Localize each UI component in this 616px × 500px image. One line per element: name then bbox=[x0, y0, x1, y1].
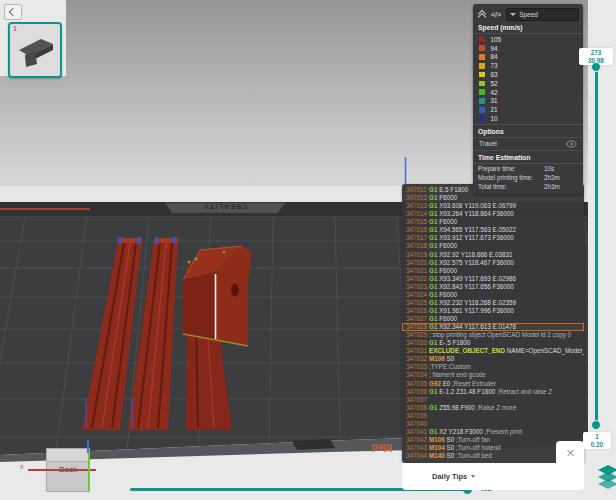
legend-item[interactable]: 84 bbox=[473, 53, 583, 62]
legend-item-label: 52 bbox=[491, 80, 498, 87]
legend-item[interactable]: 31 bbox=[473, 97, 583, 106]
gcode-line[interactable]: 347035G92 E0 ;Reset Extruder bbox=[402, 380, 584, 388]
legend-item[interactable]: 52 bbox=[473, 79, 583, 88]
gcode-line-number: 347030 bbox=[406, 339, 429, 347]
travel-label: Travel bbox=[479, 140, 497, 147]
legend-color-swatch bbox=[479, 45, 485, 51]
plate-thumbnail-card[interactable]: 1 bbox=[8, 22, 62, 78]
legend-item[interactable]: 63 bbox=[473, 70, 583, 79]
gcode-token: M106 bbox=[429, 355, 445, 362]
legend-color-swatch bbox=[479, 37, 485, 43]
daily-tips-bar[interactable]: Daily Tips bbox=[402, 463, 584, 490]
gcode-line-number: 347035 bbox=[406, 380, 429, 388]
time-row: Model printing time:2h3m bbox=[473, 173, 583, 182]
gcode-token: X93.608 Y119.063 E.06799 bbox=[437, 202, 516, 209]
gcode-line-number: 347022 bbox=[406, 275, 429, 283]
plate-list-panel: 1 bbox=[0, 0, 66, 76]
gcode-token: ;Present print bbox=[483, 428, 522, 435]
time-row-value: 10s bbox=[544, 165, 554, 172]
legend-color-swatch bbox=[479, 107, 485, 113]
gcode-viewer-panel[interactable]: 347011G1 E.5 F1800347012G1 F6000347013G1… bbox=[402, 184, 584, 463]
legend-item-label: 42 bbox=[491, 89, 498, 96]
legend-color-swatch bbox=[479, 54, 485, 60]
gcode-token: X93.912 Y117.673 F36000 bbox=[437, 234, 513, 241]
time-row-value: 2h3m bbox=[544, 174, 560, 181]
gcode-line[interactable]: 347036G1 E-1.2 Z31.48 F1800 ;Retract and… bbox=[402, 388, 584, 396]
gcode-token: F6000 bbox=[437, 194, 457, 201]
gcode-line-current[interactable]: 347028G1 X92.344 Y117.613 E.01478 bbox=[402, 323, 584, 331]
preview-legend-panel: </> Speed Speed (mm/s) 10594847363524231… bbox=[473, 4, 583, 194]
gcode-token: ;Reset Extruder bbox=[450, 380, 496, 387]
gcode-line-number: 347038 bbox=[406, 404, 429, 412]
gcode-line[interactable]: 347025G1 X92.232 Y118.268 E.02359 bbox=[402, 299, 584, 307]
gcode-line-number: 347026 bbox=[406, 307, 429, 315]
gcode-line[interactable]: 347016G1 X94.565 Y117.563 E.05022 bbox=[402, 226, 584, 234]
gcode-line[interactable]: 347041G1 X2 Y218 F3000 ;Present print bbox=[402, 428, 584, 436]
gcode-token: ;Retract and raise Z bbox=[495, 388, 552, 395]
gcode-line-number: 347017 bbox=[406, 234, 429, 242]
model-box[interactable] bbox=[183, 246, 252, 346]
travel-option-row[interactable]: Travel bbox=[473, 138, 583, 151]
gcode-viewer-icon[interactable]: </> bbox=[491, 11, 501, 18]
gcode-line[interactable]: 347033;TYPE:Custom bbox=[402, 363, 584, 371]
layer-slider-top-handle[interactable] bbox=[591, 62, 601, 72]
collapse-sidebar-button[interactable] bbox=[4, 4, 22, 20]
gcode-line[interactable]: 347031EXCLUDE_OBJECT_END NAME=OpenSCAD_M… bbox=[402, 347, 584, 355]
gcode-line[interactable]: 347018G1 F6000 bbox=[402, 242, 584, 250]
legend-color-swatch bbox=[479, 72, 485, 78]
gcode-line[interactable]: 347027G1 F6000 bbox=[402, 315, 584, 323]
gcode-line[interactable]: 347023G1 X92.843 Y117.656 F36000 bbox=[402, 283, 584, 291]
gcode-line[interactable]: 347040 bbox=[402, 420, 584, 428]
gcode-line[interactable]: 347034; filament end gcode bbox=[402, 371, 584, 379]
layers-icon[interactable] bbox=[597, 465, 616, 489]
layer-slider-track[interactable] bbox=[595, 70, 598, 424]
gcode-line[interactable]: 347032M106 S0 bbox=[402, 355, 584, 363]
gcode-line[interactable]: 347039 bbox=[402, 412, 584, 420]
legend-item-label: 10 bbox=[491, 115, 498, 122]
plate-object-preview bbox=[11, 32, 59, 74]
gcode-line-number: 347034 bbox=[406, 371, 429, 379]
legend-item[interactable]: 21 bbox=[473, 105, 583, 114]
gcode-token: E-1.2 Z31.48 F1800 bbox=[437, 388, 495, 395]
gcode-token: ; stop printing object OpenSCAD Model id… bbox=[429, 331, 571, 338]
layer-slider-bottom-label: 1 0.20 bbox=[583, 432, 611, 449]
gcode-line[interactable]: 347024G1 F6000 bbox=[402, 291, 584, 299]
gcode-token: F6000 bbox=[437, 267, 457, 274]
y-axis-line bbox=[88, 453, 90, 492]
gcode-line[interactable]: 347030G1 E-.5 F1800 bbox=[402, 339, 584, 347]
legend-item[interactable]: 73 bbox=[473, 61, 583, 70]
legend-item-label: 63 bbox=[491, 71, 498, 78]
gcode-line[interactable]: 347029; stop printing object OpenSCAD Mo… bbox=[402, 331, 584, 339]
gcode-line[interactable]: 347038G1 Z55.98 F900 ;Raise Z more bbox=[402, 404, 584, 412]
gcode-line[interactable]: 347021G1 F6000 bbox=[402, 267, 584, 275]
nav-cube-top-face[interactable] bbox=[47, 449, 89, 462]
gcode-token: ;TYPE:Custom bbox=[429, 363, 471, 370]
gcode-line[interactable]: 347022G1 X93.349 Y117.693 E.02986 bbox=[402, 275, 584, 283]
gcode-line[interactable]: 347013G1 X93.608 Y119.063 E.06799 bbox=[402, 202, 584, 210]
gcode-line[interactable]: 347015G1 F6000 bbox=[402, 218, 584, 226]
gcode-line[interactable]: 347017G1 X93.912 Y117.673 F36000 bbox=[402, 234, 584, 242]
view-type-dropdown[interactable]: Speed bbox=[506, 8, 579, 21]
layer-slider-bottom-handle[interactable] bbox=[591, 420, 601, 430]
gcode-line-number: 347044 bbox=[406, 452, 429, 460]
gcode-line[interactable]: 347037 bbox=[402, 396, 584, 404]
gcode-line[interactable]: 347026G1 X91.961 Y117.996 F36000 bbox=[402, 307, 584, 315]
gcode-line-number: 347028 bbox=[406, 323, 429, 331]
gcode-line[interactable]: 347014G1 X93.264 Y118.864 F36000 bbox=[402, 210, 584, 218]
gcode-line-number: 347029 bbox=[406, 331, 429, 339]
legend-item[interactable]: 42 bbox=[473, 88, 583, 97]
gcode-line-number: 347042 bbox=[406, 436, 429, 444]
visibility-eye-icon[interactable] bbox=[566, 140, 577, 148]
gcode-line[interactable]: 347020G1 X92.575 Y118.467 F36000 bbox=[402, 259, 584, 267]
legend-item[interactable]: 10 bbox=[473, 114, 583, 123]
collapse-panel-icon[interactable] bbox=[477, 11, 487, 17]
legend-item-label: 105 bbox=[491, 36, 502, 43]
gcode-line-number: 347039 bbox=[406, 412, 429, 420]
legend-item[interactable]: 94 bbox=[473, 44, 583, 53]
gcode-line[interactable]: 347019G1 X92.92 Y118.666 E.03831 bbox=[402, 251, 584, 259]
legend-item-label: 31 bbox=[491, 97, 498, 104]
gcode-token: E0 bbox=[441, 380, 450, 387]
gcode-line[interactable]: 347012G1 F6000 bbox=[402, 194, 584, 202]
legend-item[interactable]: 105 bbox=[473, 35, 583, 44]
close-icon[interactable] bbox=[566, 449, 574, 457]
